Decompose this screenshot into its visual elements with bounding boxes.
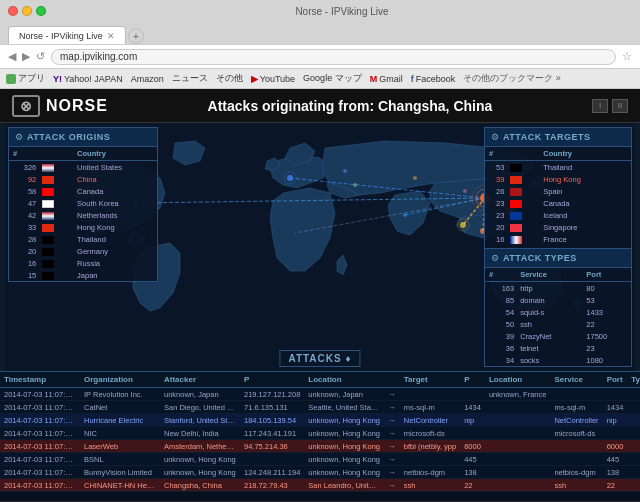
- attack-timestamp: 2014-07-03 11:07:36.21: [0, 388, 80, 401]
- attack-loc1: unknown, Hong Kong: [304, 414, 384, 427]
- origin-flag: [38, 173, 73, 185]
- attack-loc2: [485, 427, 551, 440]
- bookmark-yahoo[interactable]: Y!Yahoo! JAPAN: [53, 74, 123, 84]
- attack-timestamp: 2014-07-03 11:07:37.07: [0, 414, 80, 427]
- bookmark-news[interactable]: ニュース: [172, 72, 208, 85]
- attack-org: LaserWeb: [80, 440, 160, 453]
- attack-loc2: [485, 466, 551, 479]
- list-item: 50 ssh 22: [485, 318, 631, 330]
- attack-service: NetController: [550, 414, 602, 427]
- url-input[interactable]: map.ipviking.com: [51, 49, 616, 65]
- target-flag: [506, 161, 539, 174]
- attack-attacker: unknown, Hong Kong: [160, 466, 240, 479]
- origin-count: 42: [9, 209, 38, 221]
- tab-close-icon[interactable]: ✕: [107, 31, 115, 41]
- flag-icon: [42, 200, 54, 208]
- flag-icon: [42, 224, 54, 232]
- list-item: 42 Netherlands: [9, 209, 157, 221]
- maximize-button[interactable]: [36, 6, 46, 16]
- new-tab-button[interactable]: +: [128, 28, 144, 44]
- col-num: #: [9, 147, 38, 161]
- back-button[interactable]: ◀: [8, 50, 16, 63]
- bookmark-apps[interactable]: アプリ: [6, 72, 45, 85]
- port-number: 23: [582, 342, 631, 354]
- attack-arrow: →: [384, 466, 400, 479]
- list-item: 16 France: [485, 233, 631, 245]
- star-icon[interactable]: ☆: [622, 50, 632, 63]
- origin-country: Japan: [73, 269, 157, 281]
- apps-icon: [6, 74, 16, 84]
- attack-attacker: New Delhi, India: [160, 427, 240, 440]
- svg-point-22: [343, 169, 347, 173]
- target-flag: [506, 173, 539, 185]
- attack-ip2: 1434: [460, 401, 485, 414]
- attack-loc1: unknown, Japan: [304, 388, 384, 401]
- attack-arrow: →: [384, 401, 400, 414]
- attack-type: [627, 401, 640, 414]
- facebook-icon: f: [411, 74, 414, 84]
- flag-icon: [42, 260, 54, 268]
- youtube-icon: ▶: [251, 74, 258, 84]
- flag-icon: [510, 164, 522, 172]
- service-name: socks: [516, 354, 582, 366]
- target-country: Canada: [539, 197, 631, 209]
- attacks-data-table: Timestamp Organization Attacker P Locati…: [0, 372, 640, 492]
- list-item: 47 South Korea: [9, 197, 157, 209]
- flag-icon: [42, 164, 54, 172]
- bookmark-gmail[interactable]: MGmail: [370, 74, 403, 84]
- attack-loc2: [485, 401, 551, 414]
- tab-bar: Norse - IPViking Live ✕ +: [0, 22, 640, 44]
- origin-count: 28: [9, 233, 38, 245]
- flag-icon: [42, 188, 54, 196]
- attack-ip2: 138: [460, 466, 485, 479]
- target-country: Singapore: [539, 221, 631, 233]
- table-row: 2014-07-03 11:07:37.78 LaserWeb Amsterda…: [0, 440, 640, 453]
- port-number: 1080: [582, 354, 631, 366]
- attack-arrow: →: [384, 414, 400, 427]
- attack-port: 22: [603, 479, 628, 492]
- port-number: 22: [582, 318, 631, 330]
- th-timestamp: Timestamp: [0, 372, 80, 388]
- list-item: 28 Thailand: [9, 233, 157, 245]
- view-btn-1[interactable]: I: [592, 99, 608, 113]
- flag-icon: [510, 236, 522, 244]
- bookmark-maps[interactable]: Google マップ: [303, 72, 362, 85]
- active-tab[interactable]: Norse - IPViking Live ✕: [8, 26, 126, 44]
- more-bookmarks[interactable]: その他のブックマーク »: [463, 72, 561, 85]
- flag-icon: [42, 248, 54, 256]
- window-title: Norse - IPViking Live: [52, 6, 632, 17]
- origin-country: China: [73, 173, 157, 185]
- table-row: 2014-07-03 11:07:38.37 CHINANET-HN Hengy…: [0, 479, 640, 492]
- origin-flag: [38, 221, 73, 233]
- service-name: squid-s: [516, 306, 582, 318]
- list-item: 39 Hong Kong: [485, 173, 631, 185]
- attack-loc1: unknown, Hong Kong: [304, 440, 384, 453]
- bookmark-amazon[interactable]: Amazon: [131, 74, 164, 84]
- minimize-button[interactable]: [22, 6, 32, 16]
- bookmark-other[interactable]: その他: [216, 72, 243, 85]
- list-item: 34 socks 1080: [485, 354, 631, 366]
- type-count: 39: [485, 330, 516, 342]
- attack-targets-icon: ⚙: [491, 132, 499, 142]
- col-flag: [506, 147, 539, 161]
- th-loc2: Location: [485, 372, 551, 388]
- attack-service: ssh: [550, 479, 602, 492]
- list-item: 163 http 80: [485, 282, 631, 295]
- table-row: 2014-07-03 11:07:37.03 CatNet San Diego,…: [0, 401, 640, 414]
- table-row: 2014-07-03 11:07:37.78 BSNL unknown, Hon…: [0, 453, 640, 466]
- target-flag: [506, 197, 539, 209]
- attack-service: microsoft-ds: [550, 427, 602, 440]
- tab-label: Norse - IPViking Live: [19, 31, 103, 41]
- bookmark-facebook[interactable]: fFacebook: [411, 74, 456, 84]
- close-button[interactable]: [8, 6, 18, 16]
- forward-button[interactable]: ▶: [22, 50, 30, 63]
- attack-org: NIC: [80, 427, 160, 440]
- origin-flag: [38, 209, 73, 221]
- view-btn-2[interactable]: II: [612, 99, 628, 113]
- reload-button[interactable]: ↺: [36, 50, 45, 63]
- origin-country: Germany: [73, 245, 157, 257]
- attack-attacker: Stanford, United States: [160, 414, 240, 427]
- bookmark-youtube[interactable]: ▶YouTube: [251, 74, 295, 84]
- target-count: 23: [485, 197, 506, 209]
- origin-flag: [38, 269, 73, 281]
